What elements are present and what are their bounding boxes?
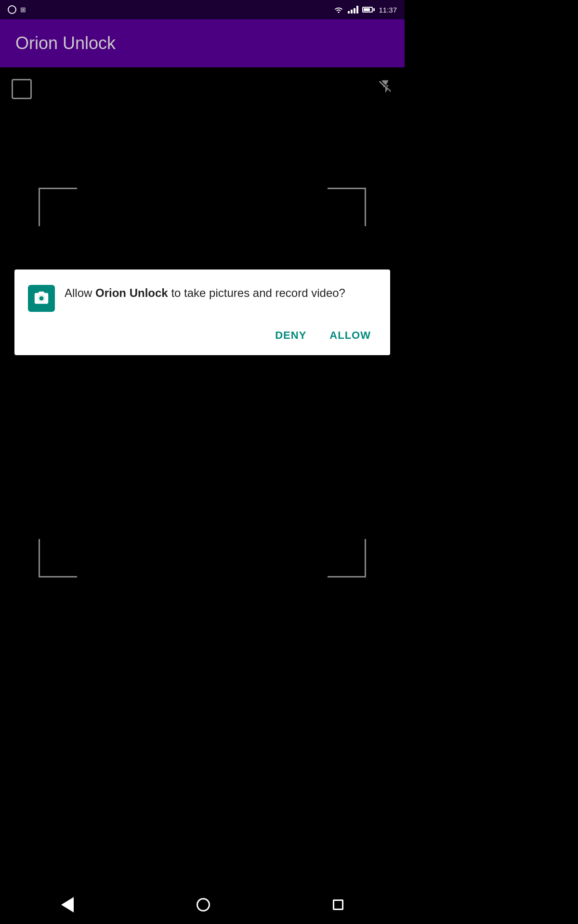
status-bar-right: 11:37 — [333, 6, 397, 14]
circle-record-icon — [8, 5, 16, 14]
flash-off-icon[interactable] — [378, 79, 393, 98]
allow-button[interactable]: ALLOW — [324, 325, 377, 346]
recent-apps-button[interactable] — [333, 899, 343, 910]
recent-square-icon — [333, 899, 343, 910]
nav-bar — [0, 886, 405, 924]
app-title: Orion Unlock — [15, 33, 116, 53]
battery-icon — [362, 7, 375, 13]
wifi-icon — [333, 6, 344, 13]
focus-icon — [12, 79, 32, 99]
dialog-buttons: DENY ALLOW — [28, 325, 377, 346]
home-circle-icon — [197, 898, 210, 911]
back-arrow-icon — [61, 897, 74, 912]
dialog-content: Allow Orion Unlock to take pictures and … — [28, 285, 377, 312]
viewfinder-corner-bl — [39, 539, 77, 578]
dialog-text-suffix: to take pictures and record video? — [168, 286, 345, 299]
camera-permission-icon — [28, 285, 55, 312]
dialog-text-prefix: Allow — [65, 286, 95, 299]
back-button[interactable] — [61, 897, 74, 912]
app-bar: Orion Unlock — [0, 19, 405, 67]
dialog-app-name: Orion Unlock — [95, 286, 168, 299]
grid-icon: ⊞ — [20, 6, 26, 13]
permission-dialog: Allow Orion Unlock to take pictures and … — [14, 270, 390, 355]
viewfinder-corner-tr — [328, 188, 366, 226]
home-button[interactable] — [197, 898, 210, 911]
svg-point-0 — [338, 12, 340, 13]
deny-button[interactable]: DENY — [269, 325, 312, 346]
viewfinder-corner-br — [328, 539, 366, 578]
status-time: 11:37 — [379, 6, 397, 14]
viewfinder-corner-tl — [39, 188, 77, 226]
dialog-text: Allow Orion Unlock to take pictures and … — [65, 285, 377, 301]
camera-view: Allow Orion Unlock to take pictures and … — [0, 67, 405, 886]
status-bar: ⊞ 11:37 — [0, 0, 405, 19]
signal-icon — [348, 6, 358, 13]
status-bar-left: ⊞ — [8, 5, 26, 14]
